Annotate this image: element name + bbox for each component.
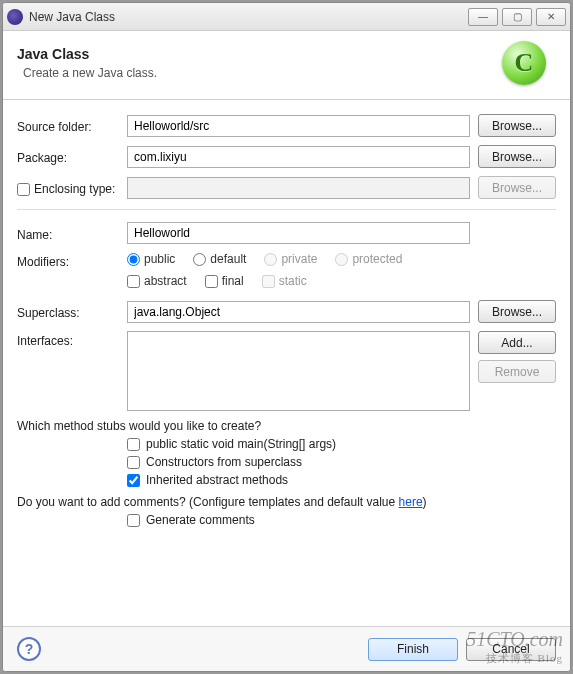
browse-superclass-button[interactable]: Browse... [478,300,556,323]
browse-package-button[interactable]: Browse... [478,145,556,168]
modifier-private: private [264,252,317,266]
separator [17,209,556,210]
banner-heading: Java Class [17,46,502,62]
modifier-static: static [262,274,307,288]
help-icon[interactable]: ? [17,637,41,661]
window-title: New Java Class [29,10,464,24]
modifier-final[interactable]: final [205,274,244,288]
banner: Java Class Create a new Java class. C [3,31,570,100]
finish-button[interactable]: Finish [368,638,458,661]
modifier-protected: protected [335,252,402,266]
generate-comments[interactable]: Generate comments [127,513,556,527]
modifier-public[interactable]: public [127,252,175,266]
cancel-button[interactable]: Cancel [466,638,556,661]
dialog-window: New Java Class — ▢ ✕ Java Class Create a… [2,2,571,672]
form-area: Source folder: Browse... Package: Browse… [3,100,570,626]
stub-main[interactable]: public static void main(String[] args) [127,437,556,451]
enclosing-type-input [127,177,470,199]
comments-question: Do you want to add comments? (Configure … [17,495,556,509]
footer: ? Finish Cancel [3,626,570,671]
source-folder-input[interactable] [127,115,470,137]
enclosing-type-label: Enclosing type: [34,182,115,196]
superclass-input[interactable] [127,301,470,323]
close-button[interactable]: ✕ [536,8,566,26]
superclass-label: Superclass: [17,303,127,320]
browse-enclosing-button: Browse... [478,176,556,199]
browse-source-button[interactable]: Browse... [478,114,556,137]
remove-interface-button: Remove [478,360,556,383]
enclosing-type-checkbox[interactable] [17,183,30,196]
modifier-default[interactable]: default [193,252,246,266]
stubs-question: Which method stubs would you like to cre… [17,419,556,433]
interfaces-label: Interfaces: [17,331,127,348]
source-folder-label: Source folder: [17,117,127,134]
class-icon: C [502,41,546,85]
configure-templates-link[interactable]: here [399,495,423,509]
eclipse-icon [7,9,23,25]
modifier-abstract[interactable]: abstract [127,274,187,288]
maximize-button[interactable]: ▢ [502,8,532,26]
titlebar[interactable]: New Java Class — ▢ ✕ [3,3,570,31]
modifiers-label: Modifiers: [17,252,127,269]
add-interface-button[interactable]: Add... [478,331,556,354]
interfaces-list[interactable] [127,331,470,411]
name-input[interactable] [127,222,470,244]
minimize-button[interactable]: — [468,8,498,26]
banner-subtext: Create a new Java class. [17,66,502,80]
stub-constructors[interactable]: Constructors from superclass [127,455,556,469]
stub-inherited[interactable]: Inherited abstract methods [127,473,556,487]
name-label: Name: [17,225,127,242]
package-label: Package: [17,148,127,165]
package-input[interactable] [127,146,470,168]
